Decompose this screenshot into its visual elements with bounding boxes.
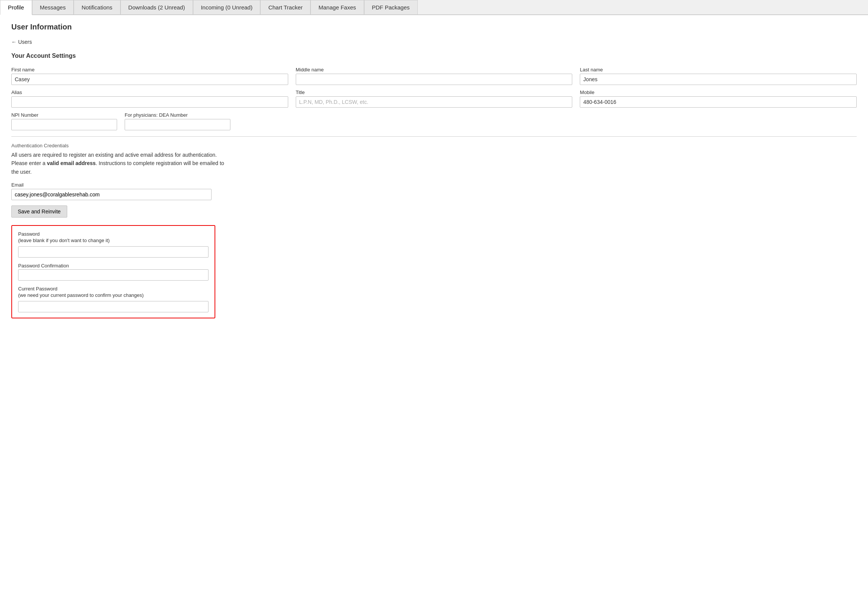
current-password-input[interactable] (18, 301, 209, 312)
tab-pdf-packages[interactable]: PDF Packages (364, 0, 418, 14)
name-row: First name Middle name Last name (11, 67, 857, 85)
email-label: Email (11, 182, 212, 188)
password-section: Password (leave blank if you don't want … (11, 225, 215, 318)
tab-bar: Profile Messages Notifications Downloads… (0, 0, 868, 15)
title-group: Title (296, 90, 573, 108)
last-name-label: Last name (580, 67, 857, 73)
divider (11, 136, 857, 137)
middle-name-input[interactable] (296, 74, 573, 85)
alias-row: Alias Title Mobile (11, 90, 857, 108)
mobile-label: Mobile (580, 90, 857, 95)
auth-desc-bold: valid email address (47, 160, 96, 166)
first-name-label: First name (11, 67, 288, 73)
middle-name-label: Middle name (296, 67, 573, 73)
first-name-group: First name (11, 67, 288, 85)
password-confirm-label: Password Confirmation (18, 263, 209, 269)
npi-label: NPI Number (11, 112, 117, 118)
tab-incoming[interactable]: Incoming (0 Unread) (193, 0, 261, 14)
last-name-group: Last name (580, 67, 857, 85)
alias-input[interactable] (11, 96, 288, 108)
auth-section: Authentication Credentials All users are… (11, 143, 857, 176)
mobile-input[interactable] (580, 96, 857, 108)
npi-row: NPI Number For physicians: DEA Number (11, 112, 857, 130)
email-group: Email (11, 182, 212, 200)
last-name-input[interactable] (580, 74, 857, 85)
alias-group: Alias (11, 90, 288, 108)
npi-group: NPI Number (11, 112, 117, 130)
title-label: Title (296, 90, 573, 95)
tab-notifications[interactable]: Notifications (74, 0, 120, 14)
tab-profile[interactable]: Profile (0, 0, 32, 15)
dea-group: For physicians: DEA Number (125, 112, 230, 130)
password-input[interactable] (18, 246, 209, 258)
first-name-input[interactable] (11, 74, 288, 85)
back-link[interactable]: ← Users (11, 39, 32, 45)
auth-description: All users are required to register an ex… (11, 151, 230, 176)
mobile-group: Mobile (580, 90, 857, 108)
email-input[interactable] (11, 189, 212, 200)
middle-name-group: Middle name (296, 67, 573, 85)
dea-label: For physicians: DEA Number (125, 112, 230, 118)
password-confirm-input[interactable] (18, 269, 209, 281)
save-reinvite-button[interactable]: Save and Reinvite (11, 205, 67, 218)
page-title: User Information (11, 23, 857, 31)
password-label: Password (18, 231, 209, 237)
current-password-label: Current Password (18, 286, 209, 292)
auth-section-label: Authentication Credentials (11, 143, 857, 148)
password-hint: (leave blank if you don't want to change… (18, 238, 209, 243)
tab-downloads[interactable]: Downloads (2 Unread) (120, 0, 193, 14)
alias-label: Alias (11, 90, 288, 95)
npi-input[interactable] (11, 119, 117, 130)
tab-manage-faxes[interactable]: Manage Faxes (310, 0, 364, 14)
spacer-group (238, 112, 857, 130)
tab-chart-tracker[interactable]: Chart Tracker (260, 0, 310, 14)
account-settings-title: Your Account Settings (11, 52, 857, 59)
tab-messages[interactable]: Messages (32, 0, 74, 14)
current-password-hint: (we need your current password to confir… (18, 292, 209, 298)
main-content: User Information ← Users Your Account Se… (0, 15, 868, 326)
title-input[interactable] (296, 96, 573, 108)
dea-input[interactable] (125, 119, 230, 130)
